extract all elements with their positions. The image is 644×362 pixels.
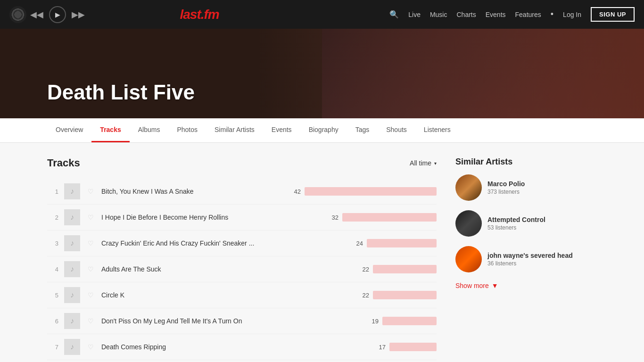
artist-listeners: 36 listeners <box>487 260 597 267</box>
navbar: ◀◀ ▶ ▶▶ last.fm 🔍 Live Music Charts Even… <box>0 0 644 29</box>
tab-photos[interactable]: Photos <box>168 118 206 142</box>
artist-info: Marco Polio 373 listeners <box>487 180 597 195</box>
similar-artists-title: Similar Artists <box>455 157 597 167</box>
tab-tracks[interactable]: Tracks <box>91 118 129 142</box>
nav-live[interactable]: Live <box>408 11 421 18</box>
track-thumbnail: ♪ <box>64 339 80 355</box>
signup-button[interactable]: SIGN UP <box>591 7 635 22</box>
track-row: 5 ♪ ♡ Circle K 22 <box>47 282 437 308</box>
artist-name[interactable]: Marco Polio <box>487 180 597 188</box>
track-bar-container: 19 <box>364 317 437 325</box>
heart-button[interactable]: ♡ <box>86 239 96 247</box>
track-count: 42 <box>287 188 301 195</box>
track-bar <box>373 265 437 273</box>
track-row: 2 ♪ ♡ I Hope I Die Before I Become Henry… <box>47 205 437 230</box>
heart-button[interactable]: ♡ <box>86 291 96 299</box>
artist-avatar[interactable] <box>455 174 482 201</box>
heart-button[interactable]: ♡ <box>86 343 96 351</box>
track-row: 7 ♪ ♡ Death Comes Ripping 17 <box>47 334 437 360</box>
heart-button[interactable]: ♡ <box>86 214 96 221</box>
artist-title: Death List Five <box>47 81 195 104</box>
filter-dropdown[interactable]: All time ▾ <box>410 159 437 167</box>
tracks-list: 1 ♪ ♡ Bitch, You Knew I Was A Snake 42 2… <box>47 179 437 362</box>
play-button[interactable]: ▶ <box>49 6 66 23</box>
track-number: 6 <box>47 318 58 325</box>
chevron-down-icon: ▼ <box>492 282 498 289</box>
track-name[interactable]: I Hope I Die Before I Become Henry Rolli… <box>101 214 319 221</box>
heart-button[interactable]: ♡ <box>86 265 96 273</box>
artist-listeners: 53 listeners <box>487 224 597 231</box>
track-bar <box>367 239 437 247</box>
track-number: 4 <box>47 266 58 273</box>
track-number: 5 <box>47 292 58 299</box>
track-count: 22 <box>355 292 369 299</box>
similar-artist-item: john wayne's severed head 36 listeners <box>455 246 597 272</box>
rewind-button[interactable]: ◀◀ <box>28 8 45 22</box>
chevron-down-icon: ▾ <box>434 161 437 166</box>
search-icon[interactable]: 🔍 <box>389 10 399 19</box>
nav-features[interactable]: Features <box>515 11 541 18</box>
heart-button[interactable]: ♡ <box>86 317 96 325</box>
track-row: 3 ♪ ♡ Crazy Fuckin' Eric And His Crazy F… <box>47 230 437 256</box>
music-note-icon: ♪ <box>70 239 74 247</box>
nav-events[interactable]: Events <box>486 11 506 18</box>
fast-forward-button[interactable]: ▶▶ <box>70 8 87 22</box>
tab-biography[interactable]: Biography <box>300 118 347 142</box>
track-number: 7 <box>47 344 58 351</box>
heart-button[interactable]: ♡ <box>86 188 96 195</box>
track-bar-container: 17 <box>372 343 437 351</box>
artist-avatar[interactable] <box>455 246 482 272</box>
tab-similar-artists[interactable]: Similar Artists <box>206 118 263 142</box>
track-thumbnail: ♪ <box>64 183 80 199</box>
hero-background <box>322 29 644 118</box>
artist-avatar[interactable] <box>455 210 482 237</box>
track-number: 3 <box>47 240 58 247</box>
artist-info: john wayne's severed head 36 listeners <box>487 252 597 267</box>
track-count: 22 <box>355 266 369 273</box>
track-row: 8 ♪ ♡ Aztec Song 17 <box>47 360 437 362</box>
track-name[interactable]: Death Comes Ripping <box>101 343 366 351</box>
track-bar <box>342 213 437 222</box>
tab-tags[interactable]: Tags <box>347 118 378 142</box>
track-bar-container: 42 <box>287 187 437 196</box>
track-thumbnail: ♪ <box>64 261 80 277</box>
music-note-icon: ♪ <box>70 265 74 273</box>
track-thumbnail: ♪ <box>64 287 80 303</box>
artist-info: Attempted Control 53 listeners <box>487 216 597 231</box>
track-number: 2 <box>47 214 58 221</box>
vinyl-icon <box>9 6 26 23</box>
similar-artist-item: Attempted Control 53 listeners <box>455 210 597 237</box>
track-bar <box>382 317 437 325</box>
track-row: 1 ♪ ♡ Bitch, You Knew I Was A Snake 42 <box>47 179 437 205</box>
hero-section: Death List Five <box>0 29 644 118</box>
nav-music[interactable]: Music <box>430 11 447 18</box>
show-more-button[interactable]: Show more ▼ <box>455 282 597 289</box>
sidebar: Similar Artists Marco Polio 373 listener… <box>455 157 597 362</box>
site-logo[interactable]: last.fm <box>180 7 219 22</box>
filter-label: All time <box>410 159 431 167</box>
login-link[interactable]: Log In <box>563 11 581 18</box>
artist-name[interactable]: Attempted Control <box>487 216 597 223</box>
tab-events[interactable]: Events <box>263 118 300 142</box>
track-name[interactable]: Don't Piss On My Leg And Tell Me It's A … <box>101 317 359 325</box>
tracks-header: Tracks All time ▾ <box>47 157 437 169</box>
tab-shouts[interactable]: Shouts <box>378 118 415 142</box>
track-count: 17 <box>372 344 386 351</box>
music-note-icon: ♪ <box>70 343 74 351</box>
avatar-image <box>455 174 482 201</box>
more-options-icon[interactable]: • <box>551 9 553 19</box>
track-name[interactable]: Adults Are The Suck <box>101 265 349 273</box>
artist-name[interactable]: john wayne's severed head <box>487 252 597 259</box>
tab-overview[interactable]: Overview <box>47 118 91 142</box>
tab-albums[interactable]: Albums <box>130 118 169 142</box>
nav-charts[interactable]: Charts <box>456 11 476 18</box>
track-name[interactable]: Bitch, You Knew I Was A Snake <box>101 188 281 195</box>
track-count: 24 <box>349 240 363 247</box>
track-thumbnail: ♪ <box>64 209 80 225</box>
tracks-title: Tracks <box>47 157 80 169</box>
track-name[interactable]: Circle K <box>101 291 349 299</box>
track-name[interactable]: Crazy Fuckin' Eric And His Crazy Fuckin'… <box>101 239 343 247</box>
tab-listeners[interactable]: Listeners <box>415 118 459 142</box>
track-bar-container: 24 <box>349 239 437 247</box>
music-note-icon: ♪ <box>70 187 74 196</box>
